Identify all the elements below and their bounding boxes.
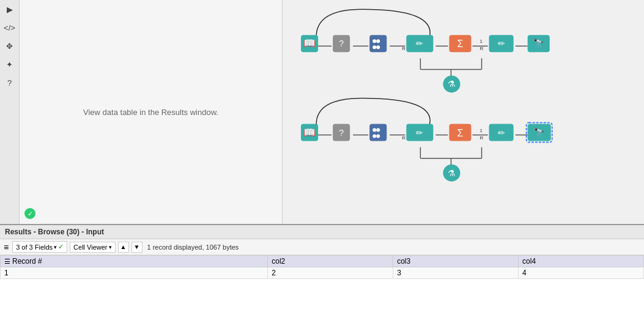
cell-col4: 4 (519, 267, 644, 279)
svg-text:🔭: 🔭 (533, 127, 545, 138)
svg-text:?: ? (339, 39, 344, 48)
viewer-label: Cell Viewer (73, 244, 107, 251)
svg-point-52 (372, 128, 376, 132)
fields-label: 3 of 3 Fields (16, 244, 53, 251)
cell-col3: 3 (393, 267, 519, 279)
cell-col2: 2 (268, 267, 393, 279)
svg-text:1: 1 (480, 39, 483, 44)
check-icon: ✓ (24, 208, 35, 219)
sidebar-help-icon[interactable]: ? (3, 76, 17, 89)
svg-text:1: 1 (480, 128, 483, 133)
svg-point-53 (376, 128, 380, 132)
sidebar-favorite-icon[interactable]: ✦ (3, 58, 17, 71)
svg-text:R: R (402, 46, 405, 51)
svg-point-20 (376, 39, 380, 43)
svg-text:R: R (480, 46, 484, 51)
data-table: ☰ Record # col2 col3 col4 1 2 3 4 (0, 255, 644, 279)
sidebar: ▶ </> ✥ ✦ ? (0, 0, 20, 224)
table-container: ☰ Record # col2 col3 col4 1 2 3 4 (0, 255, 644, 331)
svg-text:✏: ✏ (416, 39, 423, 48)
svg-text:Σ: Σ (457, 38, 464, 49)
svg-text:✏: ✏ (498, 128, 505, 138)
svg-text:✏: ✏ (416, 128, 423, 138)
preview-message: View data table in the Results window. (83, 108, 218, 117)
canvas-area[interactable]: R 1 R 1 📖 ? (283, 0, 644, 224)
svg-point-55 (372, 135, 376, 138)
svg-text:⚗: ⚗ (448, 168, 456, 178)
results-toolbar: ≡ 3 of 3 Fields ▾ ✓ Cell Viewer ▾ ▲ ▼ 1 … (0, 239, 644, 255)
results-info: 1 record displayed, 1067 bytes (147, 244, 239, 251)
fields-dropdown-icon: ▾ (54, 244, 57, 250)
viewer-button[interactable]: Cell Viewer ▾ (70, 242, 115, 253)
sidebar-transform-icon[interactable]: ✥ (3, 39, 17, 53)
svg-text:R: R (402, 135, 405, 141)
svg-text:📖: 📖 (303, 37, 316, 49)
viewer-dropdown-icon: ▾ (109, 244, 112, 250)
svg-point-19 (372, 39, 376, 43)
svg-text:📖: 📖 (303, 127, 316, 138)
preview-panel: View data table in the Results window. ✓ (20, 0, 283, 224)
sort-up-button[interactable]: ▲ (118, 242, 129, 253)
col-col4: col4 (519, 256, 644, 267)
record-label: Record # (12, 257, 42, 266)
sort-down-button[interactable]: ▼ (131, 242, 142, 253)
svg-point-22 (372, 45, 376, 49)
col-record: ☰ Record # (1, 256, 268, 267)
sidebar-code-icon[interactable]: </> (3, 21, 17, 34)
results-panel: Results - Browse (30) - Input ≡ 3 of 3 F… (0, 224, 644, 331)
svg-point-54 (376, 135, 380, 138)
col-col3: col3 (393, 256, 519, 267)
fields-check-icon: ✓ (58, 243, 64, 251)
svg-rect-18 (369, 35, 387, 52)
fields-button[interactable]: 3 of 3 Fields ▾ ✓ (12, 241, 67, 253)
svg-text:?: ? (339, 128, 344, 138)
menu-icon[interactable]: ≡ (4, 242, 9, 252)
table-row: 1 2 3 4 (1, 267, 644, 279)
results-header: Results - Browse (30) - Input (0, 225, 644, 239)
svg-point-21 (376, 45, 380, 49)
svg-text:R: R (480, 135, 484, 141)
cell-record: 1 (1, 267, 268, 279)
svg-text:🔭: 🔭 (533, 38, 544, 49)
record-icon: ☰ (4, 258, 10, 266)
svg-text:⚗: ⚗ (448, 79, 456, 89)
col-col2: col2 (268, 256, 393, 267)
sidebar-pointer-icon[interactable]: ▶ (3, 2, 17, 16)
svg-rect-51 (369, 124, 387, 141)
svg-text:Σ: Σ (457, 127, 464, 138)
svg-text:✏: ✏ (498, 39, 505, 48)
